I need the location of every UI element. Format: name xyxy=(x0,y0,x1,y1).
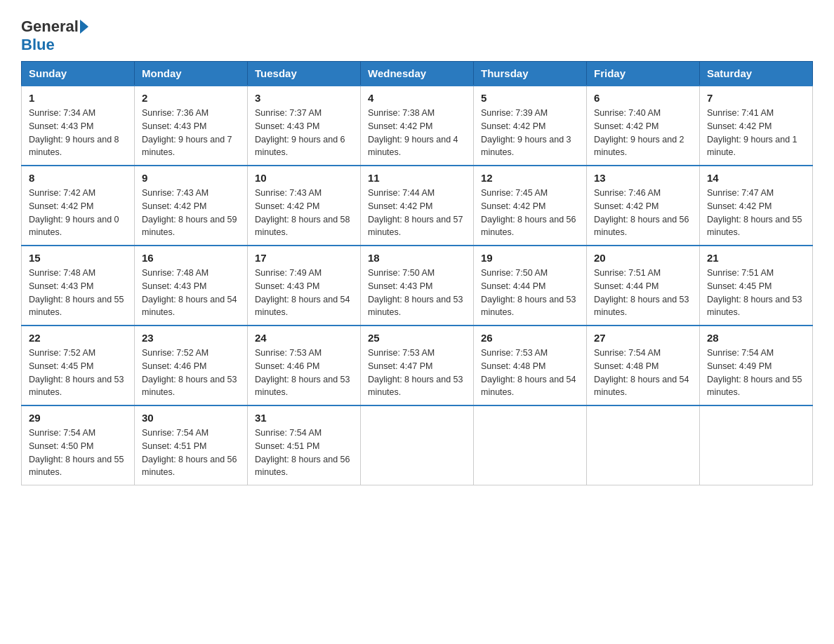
calendar-cell: 1 Sunrise: 7:34 AMSunset: 4:43 PMDayligh… xyxy=(22,86,135,166)
calendar-cell: 31 Sunrise: 7:54 AMSunset: 4:51 PMDaylig… xyxy=(248,405,361,485)
calendar-cell: 4 Sunrise: 7:38 AMSunset: 4:42 PMDayligh… xyxy=(361,86,474,166)
logo-general-text: General xyxy=(21,18,79,36)
day-number: 7 xyxy=(707,92,805,104)
day-number: 12 xyxy=(481,172,579,184)
calendar-cell: 13 Sunrise: 7:46 AMSunset: 4:42 PMDaylig… xyxy=(587,166,700,246)
calendar-cell xyxy=(700,405,813,485)
calendar-week-row: 22 Sunrise: 7:52 AMSunset: 4:45 PMDaylig… xyxy=(22,326,813,405)
day-number: 13 xyxy=(594,172,692,184)
day-number: 20 xyxy=(594,252,692,264)
day-info: Sunrise: 7:42 AMSunset: 4:42 PMDaylight:… xyxy=(29,188,119,237)
day-info: Sunrise: 7:44 AMSunset: 4:42 PMDaylight:… xyxy=(368,188,463,237)
calendar-header-tuesday: Tuesday xyxy=(248,62,361,86)
calendar-cell: 7 Sunrise: 7:41 AMSunset: 4:42 PMDayligh… xyxy=(700,86,813,166)
calendar-cell: 8 Sunrise: 7:42 AMSunset: 4:42 PMDayligh… xyxy=(22,166,135,246)
day-info: Sunrise: 7:43 AMSunset: 4:42 PMDaylight:… xyxy=(255,188,350,237)
day-number: 14 xyxy=(707,172,805,184)
calendar-table: SundayMondayTuesdayWednesdayThursdayFrid… xyxy=(21,61,813,485)
day-info: Sunrise: 7:49 AMSunset: 4:43 PMDaylight:… xyxy=(255,268,350,317)
day-number: 1 xyxy=(29,92,127,104)
calendar-cell: 29 Sunrise: 7:54 AMSunset: 4:50 PMDaylig… xyxy=(22,405,135,485)
logo-triangle-icon xyxy=(80,20,88,34)
day-info: Sunrise: 7:52 AMSunset: 4:45 PMDaylight:… xyxy=(29,348,124,397)
calendar-cell: 12 Sunrise: 7:45 AMSunset: 4:42 PMDaylig… xyxy=(474,166,587,246)
day-number: 23 xyxy=(142,332,240,344)
day-number: 15 xyxy=(29,252,127,264)
day-info: Sunrise: 7:38 AMSunset: 4:42 PMDaylight:… xyxy=(368,108,458,157)
day-info: Sunrise: 7:51 AMSunset: 4:44 PMDaylight:… xyxy=(594,268,689,317)
day-info: Sunrise: 7:45 AMSunset: 4:42 PMDaylight:… xyxy=(481,188,576,237)
calendar-cell: 5 Sunrise: 7:39 AMSunset: 4:42 PMDayligh… xyxy=(474,86,587,166)
day-info: Sunrise: 7:54 AMSunset: 4:51 PMDaylight:… xyxy=(255,428,350,477)
calendar-cell: 15 Sunrise: 7:48 AMSunset: 4:43 PMDaylig… xyxy=(22,246,135,326)
day-info: Sunrise: 7:52 AMSunset: 4:46 PMDaylight:… xyxy=(142,348,237,397)
day-info: Sunrise: 7:53 AMSunset: 4:47 PMDaylight:… xyxy=(368,348,463,397)
day-number: 2 xyxy=(142,92,240,104)
day-number: 11 xyxy=(368,172,466,184)
calendar-week-row: 8 Sunrise: 7:42 AMSunset: 4:42 PMDayligh… xyxy=(22,166,813,246)
day-info: Sunrise: 7:54 AMSunset: 4:51 PMDaylight:… xyxy=(142,428,237,477)
day-info: Sunrise: 7:51 AMSunset: 4:45 PMDaylight:… xyxy=(707,268,802,317)
day-number: 3 xyxy=(255,92,353,104)
calendar-cell: 10 Sunrise: 7:43 AMSunset: 4:42 PMDaylig… xyxy=(248,166,361,246)
day-number: 5 xyxy=(481,92,579,104)
calendar-header-row: SundayMondayTuesdayWednesdayThursdayFrid… xyxy=(22,62,813,86)
day-info: Sunrise: 7:50 AMSunset: 4:44 PMDaylight:… xyxy=(481,268,576,317)
day-number: 22 xyxy=(29,332,127,344)
day-info: Sunrise: 7:37 AMSunset: 4:43 PMDaylight:… xyxy=(255,108,345,157)
day-info: Sunrise: 7:34 AMSunset: 4:43 PMDaylight:… xyxy=(29,108,119,157)
logo-blue-text: Blue xyxy=(21,36,55,54)
calendar-cell: 9 Sunrise: 7:43 AMSunset: 4:42 PMDayligh… xyxy=(135,166,248,246)
calendar-header-thursday: Thursday xyxy=(474,62,587,86)
calendar-week-row: 29 Sunrise: 7:54 AMSunset: 4:50 PMDaylig… xyxy=(22,405,813,485)
calendar-cell: 17 Sunrise: 7:49 AMSunset: 4:43 PMDaylig… xyxy=(248,246,361,326)
day-number: 16 xyxy=(142,252,240,264)
day-number: 26 xyxy=(481,332,579,344)
day-info: Sunrise: 7:41 AMSunset: 4:42 PMDaylight:… xyxy=(707,108,797,157)
calendar-cell: 16 Sunrise: 7:48 AMSunset: 4:43 PMDaylig… xyxy=(135,246,248,326)
day-number: 28 xyxy=(707,332,805,344)
day-number: 19 xyxy=(481,252,579,264)
calendar-cell: 24 Sunrise: 7:53 AMSunset: 4:46 PMDaylig… xyxy=(248,326,361,405)
calendar-cell: 14 Sunrise: 7:47 AMSunset: 4:42 PMDaylig… xyxy=(700,166,813,246)
calendar-cell: 20 Sunrise: 7:51 AMSunset: 4:44 PMDaylig… xyxy=(587,246,700,326)
day-number: 8 xyxy=(29,172,127,184)
day-number: 9 xyxy=(142,172,240,184)
day-info: Sunrise: 7:39 AMSunset: 4:42 PMDaylight:… xyxy=(481,108,571,157)
day-info: Sunrise: 7:48 AMSunset: 4:43 PMDaylight:… xyxy=(29,268,124,317)
calendar-cell: 18 Sunrise: 7:50 AMSunset: 4:43 PMDaylig… xyxy=(361,246,474,326)
day-info: Sunrise: 7:54 AMSunset: 4:49 PMDaylight:… xyxy=(707,348,802,397)
day-info: Sunrise: 7:53 AMSunset: 4:46 PMDaylight:… xyxy=(255,348,350,397)
logo: General Blue xyxy=(21,18,90,54)
day-number: 24 xyxy=(255,332,353,344)
calendar-cell: 2 Sunrise: 7:36 AMSunset: 4:43 PMDayligh… xyxy=(135,86,248,166)
day-info: Sunrise: 7:50 AMSunset: 4:43 PMDaylight:… xyxy=(368,268,463,317)
day-info: Sunrise: 7:48 AMSunset: 4:43 PMDaylight:… xyxy=(142,268,237,317)
calendar-cell: 22 Sunrise: 7:52 AMSunset: 4:45 PMDaylig… xyxy=(22,326,135,405)
calendar-header-monday: Monday xyxy=(135,62,248,86)
day-info: Sunrise: 7:53 AMSunset: 4:48 PMDaylight:… xyxy=(481,348,576,397)
day-number: 27 xyxy=(594,332,692,344)
calendar-cell: 23 Sunrise: 7:52 AMSunset: 4:46 PMDaylig… xyxy=(135,326,248,405)
calendar-cell: 30 Sunrise: 7:54 AMSunset: 4:51 PMDaylig… xyxy=(135,405,248,485)
day-number: 25 xyxy=(368,332,466,344)
calendar-cell: 21 Sunrise: 7:51 AMSunset: 4:45 PMDaylig… xyxy=(700,246,813,326)
day-info: Sunrise: 7:46 AMSunset: 4:42 PMDaylight:… xyxy=(594,188,689,237)
calendar-cell: 3 Sunrise: 7:37 AMSunset: 4:43 PMDayligh… xyxy=(248,86,361,166)
day-info: Sunrise: 7:40 AMSunset: 4:42 PMDaylight:… xyxy=(594,108,684,157)
day-info: Sunrise: 7:43 AMSunset: 4:42 PMDaylight:… xyxy=(142,188,237,237)
calendar-header-saturday: Saturday xyxy=(700,62,813,86)
calendar-cell: 11 Sunrise: 7:44 AMSunset: 4:42 PMDaylig… xyxy=(361,166,474,246)
day-number: 31 xyxy=(255,412,353,424)
day-info: Sunrise: 7:36 AMSunset: 4:43 PMDaylight:… xyxy=(142,108,232,157)
calendar-week-row: 15 Sunrise: 7:48 AMSunset: 4:43 PMDaylig… xyxy=(22,246,813,326)
day-info: Sunrise: 7:54 AMSunset: 4:50 PMDaylight:… xyxy=(29,428,124,477)
calendar-cell: 19 Sunrise: 7:50 AMSunset: 4:44 PMDaylig… xyxy=(474,246,587,326)
calendar-cell: 26 Sunrise: 7:53 AMSunset: 4:48 PMDaylig… xyxy=(474,326,587,405)
day-number: 29 xyxy=(29,412,127,424)
day-number: 4 xyxy=(368,92,466,104)
calendar-cell: 28 Sunrise: 7:54 AMSunset: 4:49 PMDaylig… xyxy=(700,326,813,405)
calendar-cell xyxy=(587,405,700,485)
calendar-cell: 27 Sunrise: 7:54 AMSunset: 4:48 PMDaylig… xyxy=(587,326,700,405)
calendar-week-row: 1 Sunrise: 7:34 AMSunset: 4:43 PMDayligh… xyxy=(22,86,813,166)
